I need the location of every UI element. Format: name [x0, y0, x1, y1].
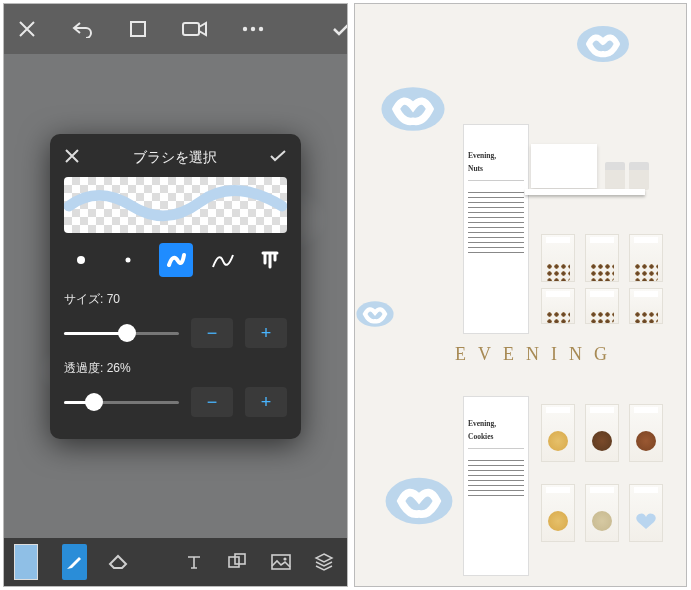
drawn-heart-icon [575, 24, 631, 64]
modal-title: ブラシを選択 [133, 149, 217, 167]
shape-tool-button[interactable] [224, 544, 250, 580]
layers-tool-button[interactable] [311, 544, 337, 580]
text-tool-button[interactable] [181, 544, 207, 580]
drawn-heart-icon [355, 294, 395, 334]
close-icon[interactable] [18, 20, 36, 38]
crop-icon[interactable] [128, 19, 148, 39]
cookie-bag-row [541, 484, 663, 542]
brush-solid-small[interactable] [64, 243, 98, 277]
menu-sub: Cookies [468, 432, 524, 442]
nuts-bag-row [541, 234, 663, 282]
opacity-label: 透過度: 26% [64, 360, 287, 377]
product-bag [541, 484, 575, 542]
product-jar [629, 162, 649, 190]
opacity-decrease-button[interactable]: − [191, 387, 233, 417]
product-bag [585, 234, 619, 282]
svg-point-5 [77, 256, 85, 264]
product-bag [585, 484, 619, 542]
result-panel: Evening, Nuts Evening, Cookies [354, 3, 687, 587]
more-icon[interactable] [242, 26, 264, 32]
brush-wave[interactable] [206, 243, 240, 277]
menu-sub: Nuts [468, 164, 524, 174]
drawn-heart-icon [379, 84, 447, 134]
brush-select-modal: ブラシを選択 [50, 134, 301, 439]
brush-drip[interactable] [253, 243, 287, 277]
undo-icon[interactable] [70, 20, 94, 38]
size-slider-block: サイズ: 70 − + [64, 291, 287, 348]
editor-bottombar [4, 538, 347, 586]
menu-card-cookies: Evening, Cookies [463, 396, 529, 576]
product-bag [541, 288, 575, 324]
wall-letters: EVENING [455, 344, 619, 365]
svg-point-4 [259, 27, 263, 31]
menu-title: Evening, [468, 419, 524, 429]
confirm-icon[interactable] [332, 21, 348, 37]
eraser-tool-button[interactable] [105, 544, 131, 580]
size-increase-button[interactable]: + [245, 318, 287, 348]
size-label: サイズ: 70 [64, 291, 287, 308]
brush-preview [64, 177, 287, 233]
product-bag [541, 404, 575, 462]
image-tool-button[interactable] [268, 544, 294, 580]
product-bag [629, 234, 663, 282]
editor-panel: ブラシを選択 [3, 3, 348, 587]
product-bag [629, 288, 663, 324]
size-decrease-button[interactable]: − [191, 318, 233, 348]
size-slider[interactable] [64, 332, 179, 335]
menu-card-nuts: Evening, Nuts [463, 124, 529, 334]
drawn-heart-icon [383, 474, 455, 528]
product-bag [541, 234, 575, 282]
opacity-increase-button[interactable]: + [245, 387, 287, 417]
nuts-bag-row [541, 288, 663, 324]
opacity-slider-block: 透過度: 26% − + [64, 360, 287, 417]
brush-swirl[interactable] [159, 243, 193, 277]
color-swatch[interactable] [14, 544, 38, 580]
svg-rect-9 [272, 555, 290, 569]
svg-rect-7 [229, 557, 239, 567]
svg-rect-1 [183, 23, 199, 35]
product-jar [605, 162, 625, 190]
svg-rect-8 [235, 554, 245, 564]
video-icon[interactable] [182, 20, 208, 38]
svg-point-10 [283, 557, 286, 560]
svg-point-3 [251, 27, 255, 31]
modal-confirm-icon[interactable] [269, 149, 287, 166]
brush-options [64, 243, 287, 277]
result-image: Evening, Nuts Evening, Cookies [355, 4, 686, 586]
editor-topbar [4, 4, 347, 54]
svg-rect-0 [131, 22, 145, 36]
svg-point-6 [126, 258, 131, 263]
product-bag [629, 484, 663, 542]
product-bag [629, 404, 663, 462]
svg-point-2 [243, 27, 247, 31]
modal-close-icon[interactable] [64, 148, 80, 167]
brush-solid-large[interactable] [111, 243, 145, 277]
product-bag [585, 404, 619, 462]
shelf-box [531, 144, 597, 188]
brush-tool-button[interactable] [62, 544, 88, 580]
opacity-slider[interactable] [64, 401, 179, 404]
cookie-bag-row [541, 404, 663, 462]
menu-title: Evening, [468, 151, 524, 161]
product-bag [585, 288, 619, 324]
wall-shelf [525, 189, 645, 195]
